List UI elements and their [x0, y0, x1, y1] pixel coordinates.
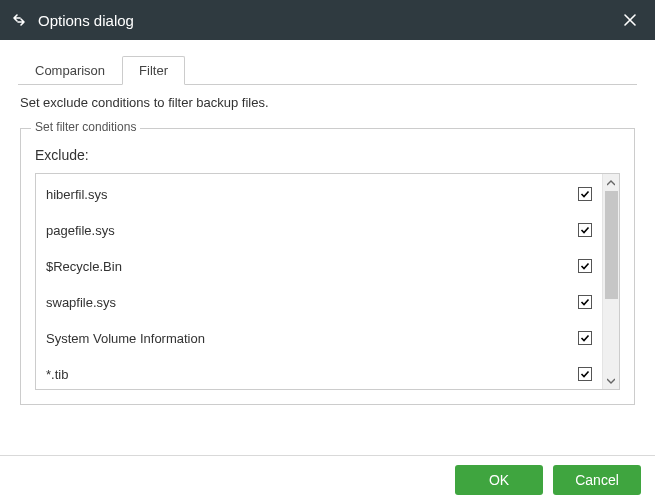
scroll-thumb[interactable]	[605, 191, 618, 299]
ok-button[interactable]: OK	[455, 465, 543, 495]
check-icon	[580, 225, 590, 235]
list-item-checkbox[interactable]	[578, 367, 592, 381]
list-item-label: System Volume Information	[46, 331, 205, 346]
tab-bar: Comparison Filter	[18, 56, 637, 85]
scroll-down-button[interactable]	[603, 372, 619, 389]
list-item-checkbox[interactable]	[578, 259, 592, 273]
list-item-checkbox[interactable]	[578, 295, 592, 309]
dialog-footer: OK Cancel	[0, 455, 655, 503]
list-item-label: hiberfil.sys	[46, 187, 107, 202]
close-icon	[623, 13, 637, 27]
list-item[interactable]: $Recycle.Bin	[36, 248, 602, 284]
window-title: Options dialog	[38, 12, 615, 29]
scrollbar[interactable]	[602, 174, 619, 389]
cancel-button[interactable]: Cancel	[553, 465, 641, 495]
list-item[interactable]: swapfile.sys	[36, 284, 602, 320]
list-item-label: *.tib	[46, 367, 68, 382]
list-item-checkbox[interactable]	[578, 187, 592, 201]
check-icon	[580, 261, 590, 271]
check-icon	[580, 297, 590, 307]
list-item-label: swapfile.sys	[46, 295, 116, 310]
list-item-checkbox[interactable]	[578, 223, 592, 237]
check-icon	[580, 369, 590, 379]
tab-comparison[interactable]: Comparison	[18, 56, 122, 85]
check-icon	[580, 189, 590, 199]
fieldset-legend: Set filter conditions	[31, 120, 140, 134]
chevron-down-icon	[607, 378, 615, 384]
scroll-up-button[interactable]	[603, 174, 619, 191]
list-item[interactable]: *.tib	[36, 356, 602, 389]
list-item-label: $Recycle.Bin	[46, 259, 122, 274]
tab-filter[interactable]: Filter	[122, 56, 185, 85]
list-item-label: pagefile.sys	[46, 223, 115, 238]
close-button[interactable]	[615, 5, 645, 35]
check-icon	[580, 333, 590, 343]
exclude-list: hiberfil.syspagefile.sys$Recycle.Binswap…	[36, 174, 602, 389]
list-item-checkbox[interactable]	[578, 331, 592, 345]
exclude-list-box: hiberfil.syspagefile.sys$Recycle.Binswap…	[35, 173, 620, 390]
exclude-label: Exclude:	[35, 147, 620, 163]
content-area: Comparison Filter Set exclude conditions…	[0, 40, 655, 405]
titlebar: Options dialog	[0, 0, 655, 40]
list-item[interactable]: pagefile.sys	[36, 212, 602, 248]
list-item[interactable]: System Volume Information	[36, 320, 602, 356]
filter-conditions-fieldset: Set filter conditions Exclude: hiberfil.…	[20, 128, 635, 405]
chevron-up-icon	[607, 180, 615, 186]
app-icon	[10, 11, 28, 29]
tab-description: Set exclude conditions to filter backup …	[20, 95, 637, 110]
list-item[interactable]: hiberfil.sys	[36, 176, 602, 212]
